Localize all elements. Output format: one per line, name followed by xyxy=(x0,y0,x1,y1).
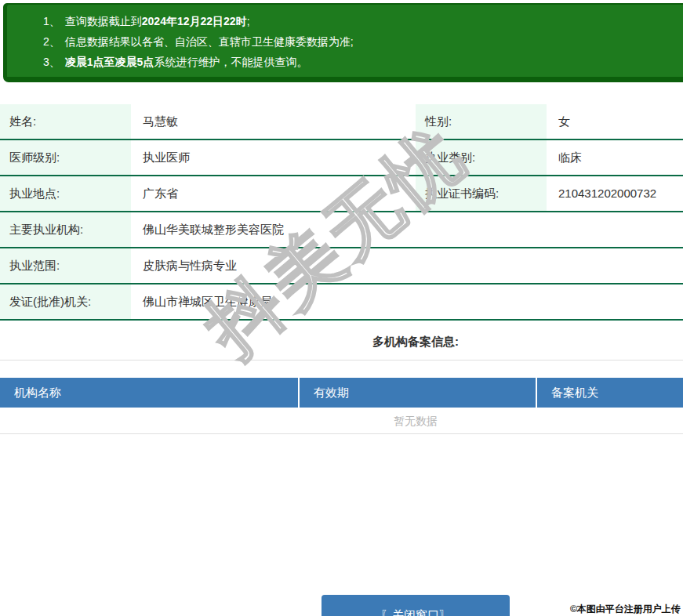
divider xyxy=(0,360,683,361)
close-window-button[interactable]: 〖关闭窗口〗 xyxy=(322,595,510,616)
query-result-page: 1、查询数据截止到2024年12月22日22时; 2、信息数据结果以各省、自治区… xyxy=(0,3,683,616)
empty-data-text: 暂无数据 xyxy=(0,408,683,434)
doctor-level-value: 执业医师 xyxy=(131,140,416,175)
notice-line-number: 1、 xyxy=(43,15,60,27)
copyright-note: ©本图由平台注册用户上传 xyxy=(570,603,681,616)
notice-line-number: 2、 xyxy=(43,35,60,48)
notice-banner: 1、查询数据截止到2024年12月22日22时; 2、信息数据结果以各省、自治区… xyxy=(3,3,683,82)
notice-line-bold: 2024年12月22日22时 xyxy=(142,15,247,27)
certificate-number-label: 执业证书编码: xyxy=(416,176,547,211)
gender-label: 性别: xyxy=(416,104,547,139)
practice-category-label: 执业类别: xyxy=(416,140,547,175)
notice-line-3: 3、凌晨1点至凌晨5点系统进行维护，不能提供查询。 xyxy=(43,52,683,72)
main-institution-label: 主要执业机构: xyxy=(0,212,131,247)
practice-scope-label: 执业范围: xyxy=(0,248,131,283)
certificate-number-value: 210431202000732 xyxy=(547,176,683,211)
name-value: 马慧敏 xyxy=(131,104,416,139)
practice-scope-value: 皮肤病与性病专业 xyxy=(131,248,683,283)
column-header-institution-name: 机构名称 xyxy=(0,378,298,408)
notice-line-2: 2、信息数据结果以各省、自治区、直辖市卫生健康委数据为准; xyxy=(43,31,683,52)
notice-line-text: 信息数据结果以各省、自治区、直辖市卫生健康委数据为准; xyxy=(65,35,354,48)
notice-line-number: 3、 xyxy=(43,56,60,68)
practice-location-value: 广东省 xyxy=(131,176,416,211)
table-row: 执业地点: 广东省 执业证书编码: 210431202000732 xyxy=(0,176,683,212)
filing-table-header: 机构名称 有效期 备案机关 xyxy=(0,378,683,408)
practice-location-label: 执业地点: xyxy=(0,176,131,211)
column-header-filing-authority: 备案机关 xyxy=(536,378,683,408)
issuing-authority-value: 佛山市禅城区卫生健康局 xyxy=(131,284,683,319)
doctor-level-label: 医师级别: xyxy=(0,140,131,175)
gender-value: 女 xyxy=(547,104,683,139)
notice-line-text: ; xyxy=(247,15,250,27)
filing-section-title: 多机构备案信息: xyxy=(0,333,683,350)
column-header-validity-period: 有效期 xyxy=(298,378,536,408)
main-institution-value: 佛山华美联城整形美容医院 xyxy=(131,212,683,247)
issuing-authority-label: 发证(批准)机关: xyxy=(0,284,131,319)
table-row: 姓名: 马慧敏 性别: 女 xyxy=(0,104,683,140)
table-row: 执业范围: 皮肤病与性病专业 xyxy=(0,248,683,284)
practice-category-value: 临床 xyxy=(547,140,683,175)
practitioner-info-table: 姓名: 马慧敏 性别: 女 医师级别: 执业医师 执业类别: 临床 执业地点: … xyxy=(0,104,683,321)
notice-line-1: 1、查询数据截止到2024年12月22日22时; xyxy=(43,11,683,31)
notice-line-text: 系统进行维护，不能提供查询。 xyxy=(154,56,307,68)
notice-banner-inner: 1、查询数据截止到2024年12月22日22时; 2、信息数据结果以各省、自治区… xyxy=(7,5,683,77)
table-row: 发证(批准)机关: 佛山市禅城区卫生健康局 xyxy=(0,284,683,321)
notice-line-text: 查询数据截止到 xyxy=(65,15,142,27)
table-row: 医师级别: 执业医师 执业类别: 临床 xyxy=(0,140,683,176)
table-row: 主要执业机构: 佛山华美联城整形美容医院 xyxy=(0,212,683,248)
name-label: 姓名: xyxy=(0,104,131,139)
notice-line-bold: 凌晨1点至凌晨5点 xyxy=(65,56,154,68)
